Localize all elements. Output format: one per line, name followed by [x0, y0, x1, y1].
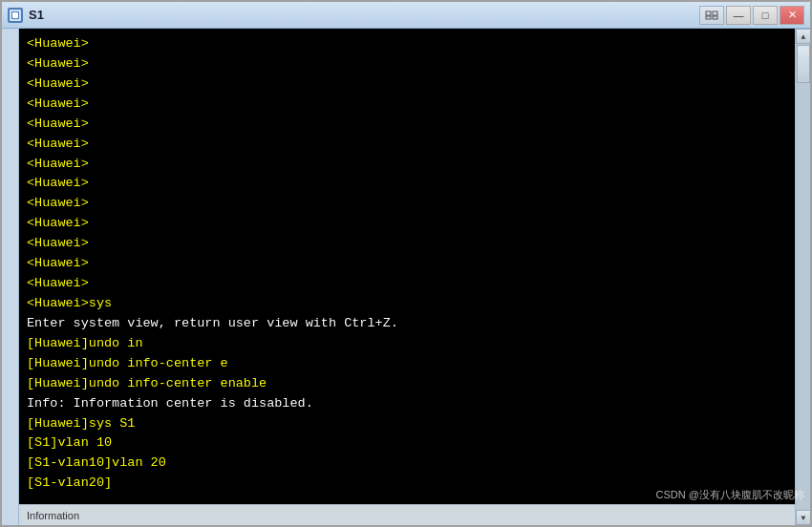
title-bar: S1 — □ ✕: [2, 2, 810, 29]
svg-rect-5: [713, 16, 717, 19]
scroll-up-button[interactable]: ▲: [796, 29, 810, 44]
terminal-line: <Huawei>: [27, 155, 787, 175]
terminal-line: Enter system view, return user view with…: [27, 314, 787, 334]
main-content: <Huawei><Huawei><Huawei><Huawei><Huawei>…: [19, 29, 795, 525]
terminal-line: Info: Information center is disabled.: [27, 394, 787, 414]
close-button[interactable]: ✕: [780, 6, 804, 25]
terminal-area[interactable]: <Huawei><Huawei><Huawei><Huawei><Huawei>…: [19, 29, 795, 504]
terminal-line: [Huawei]sys S1: [27, 414, 787, 434]
maximize-button[interactable]: □: [753, 6, 778, 25]
terminal-line: <Huawei>: [27, 194, 787, 214]
terminal-line: <Huawei>: [27, 54, 787, 74]
svg-rect-1: [12, 12, 18, 18]
terminal-line: <Huawei>: [27, 115, 787, 135]
svg-rect-3: [713, 11, 717, 15]
terminal-line: [S1]vlan 10: [27, 433, 787, 453]
terminal-line: <Huawei>: [27, 234, 787, 254]
terminal-line: <Huawei>: [27, 95, 787, 115]
terminal-line: <Huawei>: [27, 254, 787, 274]
svg-rect-4: [706, 16, 711, 19]
scrollbar-thumb[interactable]: [797, 45, 810, 83]
status-bar: Information: [19, 504, 795, 525]
main-window: S1 — □ ✕ <Huawei><Huawei><Hua: [0, 0, 812, 527]
app-icon: [8, 8, 23, 23]
scrollbar-track[interactable]: [796, 44, 810, 510]
terminal-line: <Huawei>: [27, 135, 787, 155]
terminal-line: <Huawei>: [27, 214, 787, 234]
svg-rect-2: [706, 11, 711, 15]
terminal-line: <Huawei>: [27, 174, 787, 194]
window-body: <Huawei><Huawei><Huawei><Huawei><Huawei>…: [2, 29, 810, 525]
terminal-line: [S1-vlan10]vlan 20: [27, 453, 787, 474]
terminal-line: <Huawei>: [27, 34, 787, 54]
terminal-line: [Huawei]undo info-center enable: [27, 374, 787, 394]
minimize-button[interactable]: —: [726, 6, 751, 25]
terminal-line: <Huawei>: [27, 74, 787, 95]
terminal-line: [Huawei]undo in: [27, 334, 787, 354]
terminal-line: [S1-vlan20]: [27, 474, 787, 494]
status-text: Information: [27, 510, 79, 521]
scroll-down-button[interactable]: ▼: [796, 510, 810, 525]
terminal-line: <Huawei>: [27, 274, 787, 294]
terminal-line: [Huawei]undo info-center e: [27, 354, 787, 374]
window-controls: — □ ✕: [699, 6, 804, 25]
window-title: S1: [29, 8, 699, 22]
left-sidebar: [2, 29, 19, 525]
terminal-line: <Huawei>sys: [27, 294, 787, 314]
vertical-scrollbar[interactable]: ▲ ▼: [795, 29, 810, 525]
minimize-area: [699, 6, 724, 25]
